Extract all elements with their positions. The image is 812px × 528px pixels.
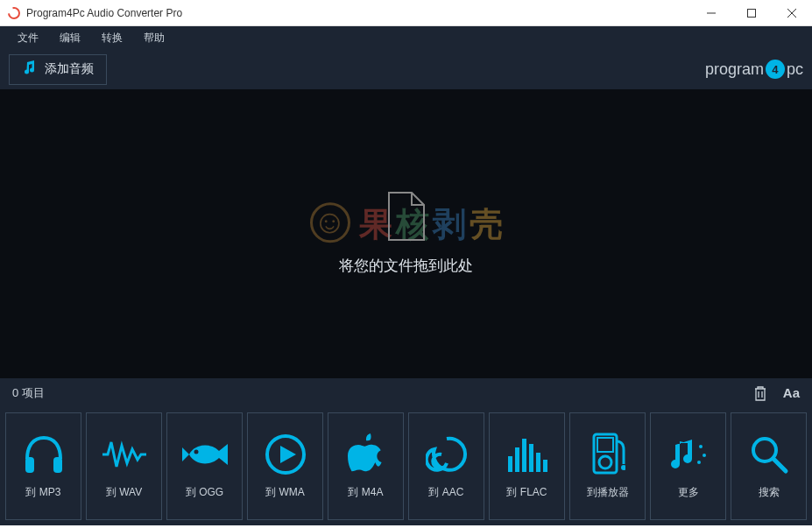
format-bar: 到 MP3 到 WAV 到 OGG 到 WMA 到 M4A 到 AAC 到 [0,407,812,525]
format-label: 到 FLAC [506,485,547,500]
svg-point-21 [697,461,701,464]
file-icon [385,191,427,245]
svg-point-7 [194,450,198,454]
format-label: 到 WMA [265,485,305,500]
format-wav-button[interactable]: 到 WAV [86,412,162,520]
app-icon [7,6,21,20]
svg-rect-14 [543,460,547,472]
format-label: 到 AAC [428,485,463,500]
spiral-icon [426,433,468,476]
apple-icon [348,433,385,476]
svg-line-23 [773,459,786,471]
brand-logo: program 4 pc [705,60,803,79]
svg-point-18 [621,465,625,470]
waveform-icon [101,433,148,476]
fish-icon [180,433,229,476]
format-flac-button[interactable]: 到 FLAC [489,412,565,520]
player-device-icon [590,433,625,476]
titlebar: Program4Pc Audio Converter Pro [0,0,812,26]
dropzone-text: 将您的文件拖到此处 [339,256,473,276]
add-audio-label: 添加音频 [45,61,94,77]
svg-rect-13 [536,453,540,472]
format-label: 搜索 [759,485,780,500]
window-controls [691,0,812,25]
format-search-button[interactable]: 搜索 [731,412,807,520]
maximize-button[interactable] [731,0,772,25]
music-notes-icon [667,433,710,476]
status-bar: 0 项目 Aa [0,377,812,407]
watermark-icon: ☺ [310,202,350,243]
svg-rect-2 [748,9,756,17]
font-size-button[interactable]: Aa [783,385,800,401]
status-actions: Aa [753,385,800,401]
format-label: 到 WAV [106,485,142,500]
format-more-button[interactable]: 更多 [650,412,726,520]
format-label: 到播放器 [587,485,629,500]
add-audio-button[interactable]: 添加音频 [9,54,107,85]
format-wma-button[interactable]: 到 WMA [247,412,323,520]
format-label: 到 M4A [348,485,383,500]
dropzone[interactable]: ☺ 果 核 剥 壳 将您的文件拖到此处 [0,89,812,377]
format-m4a-button[interactable]: 到 M4A [328,412,404,520]
svg-point-20 [703,454,706,457]
format-label: 到 OGG [186,485,223,500]
svg-point-17 [599,456,611,468]
svg-rect-6 [53,457,62,473]
item-count: 0 项目 [12,385,45,401]
toolbar: 添加音频 program 4 pc [0,49,812,89]
svg-rect-10 [515,447,519,472]
svg-rect-16 [597,438,613,452]
format-aac-button[interactable]: 到 AAC [408,412,484,520]
svg-rect-9 [508,456,512,472]
close-button[interactable] [772,0,812,25]
svg-rect-11 [522,439,526,472]
svg-point-19 [699,445,703,448]
svg-point-0 [9,8,19,18]
format-mp3-button[interactable]: 到 MP3 [5,412,81,520]
play-circle-icon [265,433,307,476]
menu-file[interactable]: 文件 [7,27,49,49]
menubar: 文件 编辑 转换 帮助 [0,26,812,49]
menu-edit[interactable]: 编辑 [49,27,91,49]
format-player-button[interactable]: 到播放器 [569,412,646,520]
music-note-icon [22,60,38,79]
menu-help[interactable]: 帮助 [133,27,175,49]
format-label: 更多 [678,485,699,500]
magnifier-icon [749,433,789,476]
menu-convert[interactable]: 转换 [91,27,133,49]
equalizer-icon [506,433,548,476]
svg-rect-12 [529,444,533,472]
format-ogg-button[interactable]: 到 OGG [166,412,243,520]
delete-button[interactable] [753,385,767,401]
window-title: Program4Pc Audio Converter Pro [26,7,691,19]
minimize-button[interactable] [691,0,731,25]
svg-rect-5 [25,457,34,473]
format-label: 到 MP3 [25,485,60,500]
headphones-icon [22,433,66,476]
